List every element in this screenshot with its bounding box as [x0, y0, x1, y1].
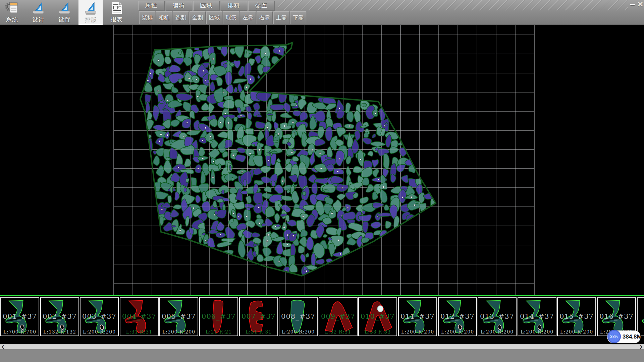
menu-item-4[interactable]: 交互 — [248, 1, 275, 11]
piece-thumbnail-13[interactable]: 013_#37L:200 R:200 — [478, 297, 517, 336]
piece-shape-boot — [558, 298, 595, 335]
app-tab-label: 设计 — [32, 16, 44, 23]
app-tab-setsquare-2[interactable]: 设置 — [52, 0, 76, 25]
piece-shape-boot — [2, 298, 39, 335]
piece-shape-column — [201, 298, 237, 335]
horizontal-scrollbar[interactable]: ❮ ❯ — [0, 344, 644, 349]
scroll-right-button[interactable]: ❯ — [638, 344, 644, 350]
piece-thumbnail-strip: 001_#37L:700 R:700002_#37L:132 R:132003_… — [0, 296, 644, 337]
app-tab-setsquare-3[interactable]: 排版 — [78, 0, 103, 25]
set-square-icon — [57, 1, 72, 15]
menu-item-3[interactable]: 排料 — [221, 1, 247, 11]
titlebar-texture — [278, 0, 628, 10]
piece-shape-boot — [479, 298, 516, 335]
piece-thumbnail-3[interactable]: 003_#37L:200 R:200 — [80, 297, 119, 336]
menu-item-0[interactable]: 属性 — [138, 1, 165, 11]
app-tab-label: 设置 — [58, 16, 70, 23]
workspace-svg[interactable] — [0, 25, 644, 295]
piece-thumbnail-10[interactable]: 010_#37L:33 R:33 — [358, 297, 397, 336]
piece-thumbnail-1[interactable]: 001_#37L:700 R:700 — [0, 297, 39, 336]
minimize-button[interactable] — [629, 2, 636, 7]
report-icon — [109, 1, 124, 15]
piece-shape-boot — [121, 298, 158, 335]
piece-thumbnail-15[interactable]: 015_#37L:200 R:200 — [557, 297, 596, 336]
piece-thumbnail-14[interactable]: 014_#37L:200 R:200 — [518, 297, 556, 336]
piece-shape-boot — [42, 298, 78, 335]
tool-button-1[interactable]: 相机 — [156, 11, 172, 24]
tool-button-7[interactable]: 右靠 — [257, 11, 273, 24]
piece-thumbnail-5[interactable]: 005_#37L:200 R:200 — [159, 297, 198, 336]
memory-percent-label: 38% — [610, 334, 618, 339]
memory-value-label: 384.8M — [623, 330, 642, 343]
close-button[interactable]: ✕ — [637, 1, 644, 8]
piece-shape-boot — [161, 298, 198, 335]
piece-shape-boot — [439, 298, 476, 335]
tool-button-0[interactable]: 聚排 — [139, 11, 155, 24]
status-bar — [0, 349, 644, 362]
piece-shape-boot — [638, 298, 644, 335]
set-square-icon — [83, 1, 98, 15]
piece-shape-tallboot — [280, 298, 317, 335]
piece-thumbnail-6[interactable]: 006_#37L:21 R:21 — [199, 297, 238, 336]
piece-shape-ashape — [320, 298, 357, 335]
application-window: 系统设计设置排版报表 属性编辑区域排料交互 聚排相机选割全割区域瑕疵左靠右靠上靠… — [0, 0, 644, 362]
piece-thumbnail-8[interactable]: 008_#37L:200 R:200 — [279, 297, 318, 336]
tool-button-4[interactable]: 区域 — [206, 11, 222, 24]
piece-thumbnail-4[interactable]: 004_#37L:31 R:31 — [120, 297, 159, 336]
app-tab-report-4[interactable]: 报表 — [105, 0, 129, 25]
piece-shape-boot — [81, 298, 118, 335]
app-tab-setsquare-1[interactable]: 设计 — [26, 0, 50, 25]
app-tab-label: 系统 — [6, 16, 18, 23]
piece-shape-cshape — [240, 298, 277, 335]
piece-thumbnail-12[interactable]: 012_#37L:200 R:200 — [438, 297, 477, 336]
set-square-icon — [31, 1, 46, 15]
scroll-left-button[interactable]: ❮ — [0, 344, 6, 350]
toolbar-header: 系统设计设置排版报表 属性编辑区域排料交互 聚排相机选割全割区域瑕疵左靠右靠上靠… — [0, 0, 644, 25]
piece-thumbnail-11[interactable]: 011_#37L:200 R:200 — [398, 297, 437, 336]
menu-item-1[interactable]: 编辑 — [166, 1, 192, 11]
piece-thumbnail-9[interactable]: 009_#37L:32 R:31 — [319, 297, 358, 336]
piece-shape-boot — [598, 298, 635, 335]
nesting-canvas[interactable] — [0, 25, 644, 295]
app-tab-system-0[interactable]: 系统 — [0, 0, 24, 25]
tool-button-5[interactable]: 瑕疵 — [223, 11, 239, 24]
piece-shape-boot — [399, 298, 436, 335]
piece-thumbnail-7[interactable]: 007_#37L:31 R:31 — [239, 297, 278, 336]
close-icon: ✕ — [637, 0, 643, 8]
menu-item-2[interactable]: 区域 — [193, 1, 220, 11]
system-icon — [5, 1, 19, 15]
minimize-icon — [630, 4, 635, 5]
tool-button-6[interactable]: 左靠 — [240, 11, 256, 24]
tool-button-3[interactable]: 全割 — [190, 11, 206, 24]
tool-button-8[interactable]: 上靠 — [273, 11, 289, 24]
memory-monitor-badge[interactable]: 38% 384.8M — [607, 330, 641, 343]
piece-shape-boot — [519, 298, 556, 335]
tool-button-9[interactable]: 下靠 — [290, 11, 306, 24]
tool-button-2[interactable]: 选割 — [173, 11, 189, 24]
piece-shape-ashape — [360, 298, 396, 335]
piece-thumbnail-2[interactable]: 002_#37L:132 R:132 — [40, 297, 79, 336]
app-tab-label: 排版 — [85, 16, 97, 23]
memory-percent-circle: 38% — [607, 330, 621, 343]
app-tab-label: 报表 — [111, 16, 123, 23]
